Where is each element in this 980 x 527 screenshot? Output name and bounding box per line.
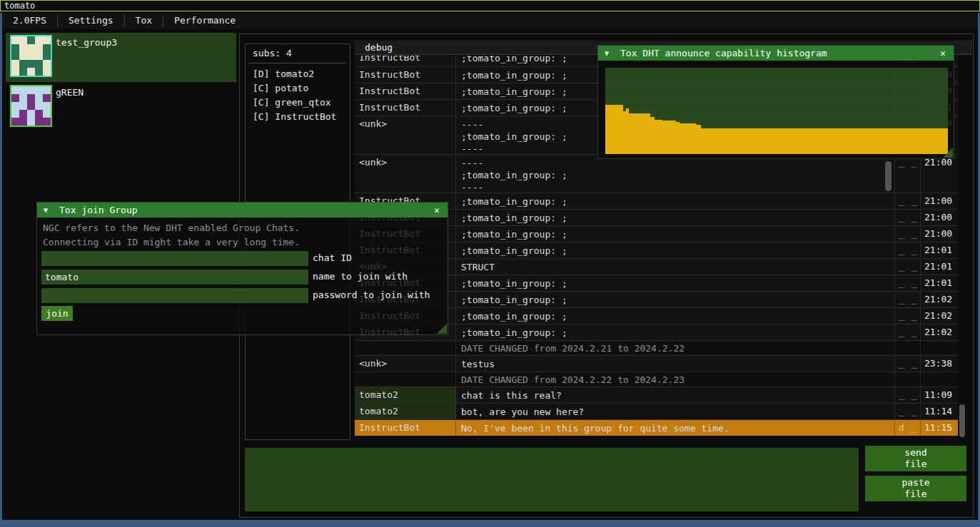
message-status: _ _ (895, 275, 921, 291)
resize-grip[interactable] (437, 324, 447, 334)
message-text: chat is this real? (456, 387, 895, 403)
message-text: ;tomato_in_group: ; (456, 324, 895, 340)
message-timestamp (921, 372, 958, 387)
message-status: _ _ (895, 193, 921, 209)
histogram-bar (680, 123, 696, 154)
menu-item-tox[interactable]: Tox (125, 13, 163, 29)
histogram-bar (696, 125, 701, 154)
collapse-arrow-icon[interactable]: ▼ (605, 46, 609, 61)
menu-item-settings[interactable]: Settings (58, 13, 124, 29)
chat-message-row: <unk>testus_ _23:38 (355, 355, 958, 372)
message-text: bot, are you new here? (456, 404, 895, 419)
message-input[interactable] (245, 448, 859, 511)
date-changed-row: DATE CHANGED from 2024.2.21 to 2024.2.22 (355, 340, 958, 355)
histogram-bar (701, 128, 948, 154)
histogram-bar (655, 120, 663, 154)
date-changed-text: DATE CHANGED from 2024.2.22 to 2024.2.23 (456, 372, 895, 387)
message-text: ;tomato_in_group: ; (456, 193, 895, 209)
message-text: ---- ;tomato_in_group: ; ---- (456, 155, 895, 193)
member-item-tomato2[interactable]: [D] tomato2 (253, 67, 336, 81)
message-timestamp: 21:02 (921, 308, 958, 324)
dht-histogram-plot (605, 68, 948, 154)
message-timestamp: 21:00 (921, 210, 958, 225)
message-status: _ _ (895, 387, 921, 403)
join-field-password-to-join-with[interactable] (41, 288, 308, 303)
message-status: _ _ (895, 259, 921, 275)
histogram-bar (629, 113, 651, 154)
message-text: ;tomato_in_group: ; (456, 308, 895, 324)
message-timestamp: 21:00 (921, 155, 958, 193)
dht-histogram-title: Tox DHT announce capability histogram (620, 46, 827, 61)
message-status (895, 341, 921, 355)
join-group-title: Tox join Group (59, 203, 138, 218)
message-status: _ _ (895, 226, 921, 242)
collapse-arrow-icon[interactable]: ▼ (44, 203, 48, 218)
menu-item-performance[interactable]: Performance (163, 13, 246, 29)
message-timestamp: 21:01 (921, 242, 958, 258)
join-field-label: name to join with (313, 271, 408, 282)
message-timestamp (921, 341, 958, 355)
menu-bar: 2.0FPSSettingsToxPerformance (2, 13, 978, 29)
message-sender: InstructBot (355, 67, 456, 83)
histogram-bar (662, 121, 676, 154)
chat-scrollbar-thumb[interactable] (959, 404, 965, 437)
message-timestamp: 21:00 (921, 193, 958, 209)
menu-item-2-0fps[interactable]: 2.0FPS (2, 13, 57, 29)
message-sender: <unk> (355, 116, 456, 154)
subs-separator (248, 63, 345, 63)
message-status: _ _ (895, 404, 921, 419)
join-group-titlebar[interactable]: ▼ Tox join Group ✕ (37, 203, 448, 218)
close-icon[interactable]: ✕ (431, 203, 443, 218)
join-button[interactable]: join (41, 306, 73, 321)
message-timestamp: 21:02 (921, 324, 958, 340)
send-file-button[interactable]: send file (865, 446, 966, 471)
member-item-InstructBot[interactable]: [C] InstructBot (253, 110, 336, 124)
chat-message-row: tomato2bot, are you new here?_ _11:14 (355, 403, 958, 419)
group-row-gREEN[interactable]: gREEN (6, 83, 236, 132)
join-field-label: chat ID (313, 252, 352, 263)
dht-histogram-window: ▼ Tox DHT announce capability histogram … (597, 45, 954, 159)
paste-file-button[interactable]: paste file (865, 476, 966, 501)
group-name: gREEN (56, 87, 84, 98)
chat-inner-scrollbar-thumb[interactable] (885, 161, 891, 191)
member-item-potato[interactable]: [C] potato (253, 81, 336, 96)
message-text: No, I've been in this group for quite so… (456, 420, 895, 436)
message-sender: InstructBot (355, 56, 456, 66)
message-sender: tomato2 (355, 404, 456, 419)
close-icon[interactable]: ✕ (937, 46, 949, 61)
message-status: _ _ (895, 155, 921, 193)
message-timestamp: 21:02 (921, 292, 958, 307)
message-timestamp: 21:01 (921, 259, 958, 275)
message-text: testus (456, 356, 895, 372)
tab-debug[interactable]: debug (365, 42, 393, 53)
message-status: d _ (895, 420, 921, 436)
message-sender: <unk> (355, 155, 456, 193)
window-frame-bottom (0, 520, 980, 527)
message-status: _ _ (895, 292, 921, 307)
join-field-label: password to join with (313, 290, 430, 300)
message-status: _ _ (895, 308, 921, 324)
group-row-test_group3[interactable]: test_group3 (6, 33, 236, 82)
resize-grip[interactable] (943, 148, 953, 158)
group-name: test_group3 (56, 37, 117, 48)
message-sender (355, 372, 456, 387)
message-timestamp: 21:01 (921, 275, 958, 291)
member-item-green_qtox[interactable]: [C] green_qtox (253, 96, 336, 110)
join-field-name-to-join-with[interactable] (41, 270, 308, 285)
window-title: tomato (4, 1, 35, 11)
message-sender: InstructBot (355, 83, 456, 99)
window-frame-left (0, 13, 2, 527)
message-timestamp: 21:00 (921, 226, 958, 242)
message-text: ;tomato_in_group: ; (456, 242, 895, 258)
message-timestamp: 11:15 (921, 420, 958, 436)
date-changed-text: DATE CHANGED from 2024.2.21 to 2024.2.22 (456, 341, 895, 355)
app-window: tomato 2.0FPSSettingsToxPerformance test… (0, 0, 980, 527)
group-avatar (10, 35, 52, 77)
dht-histogram-titlebar[interactable]: ▼ Tox DHT announce capability histogram … (598, 46, 954, 61)
subs-count: subs: 4 (253, 48, 292, 58)
window-titlebar[interactable]: tomato (0, 0, 980, 11)
join-group-window: ▼ Tox join Group ✕ NGC refers to the New… (36, 202, 448, 335)
join-field-chat-id[interactable] (41, 251, 308, 266)
message-timestamp: 11:09 (921, 387, 958, 403)
message-text: ;tomato_in_group: ; (456, 226, 895, 242)
